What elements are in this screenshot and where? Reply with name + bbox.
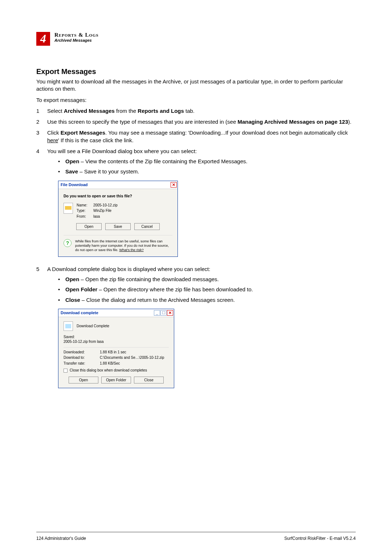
dialog-question: Do you want to open or save this file? <box>64 193 172 198</box>
chapter-number: 4 <box>36 32 50 45</box>
step-number: 4 <box>36 148 47 262</box>
footer-left: 124 Administrator's Guide <box>36 536 86 541</box>
footer-right: SurfControl RiskFilter - E-mail V5.2.4 <box>284 536 356 541</box>
help-icon: ? <box>64 239 72 247</box>
intro-paragraph: You might want to download all the messa… <box>36 78 356 93</box>
cancel-button[interactable]: Cancel <box>134 223 160 230</box>
dialog-title: File Download <box>59 182 170 188</box>
bullet: • <box>58 168 65 175</box>
step-number: 1 <box>36 107 47 115</box>
lead-paragraph: To export messages: <box>36 97 356 104</box>
step-number: 3 <box>36 129 47 144</box>
steps-list: 1 Select Archived Messages from the Repo… <box>36 107 356 393</box>
download-complete-label: Download Complete <box>77 324 109 329</box>
warning-text: While files from the Internet can be use… <box>75 239 172 252</box>
dialog-titlebar: File Download ✕ <box>58 181 177 189</box>
save-button[interactable]: Save <box>105 223 131 230</box>
chapter-number-box: 4 <box>36 32 50 46</box>
close-button[interactable]: Close <box>134 377 164 383</box>
close-icon[interactable]: ✕ <box>167 310 173 316</box>
section-heading: Export Messages <box>36 67 356 76</box>
step-number: 2 <box>36 118 47 126</box>
minimize-icon[interactable]: _ <box>154 310 160 316</box>
bullet: • <box>58 276 65 283</box>
bullet: • <box>58 286 65 293</box>
dialog-titlebar: Download complete _ ☐ ✕ <box>58 309 174 317</box>
file-info: Name:2005-10-12.zip Type:WinZip File Fro… <box>77 203 118 219</box>
chapter-title: Reports & Logs <box>54 32 99 38</box>
chapter-header: 4 Reports & Logs Archived Messages <box>36 32 356 46</box>
close-icon[interactable]: ✕ <box>171 182 177 188</box>
page-footer: 124 Administrator's Guide SurfControl Ri… <box>36 536 356 541</box>
dialog-title: Download complete <box>59 310 154 316</box>
checkbox-icon[interactable] <box>64 369 68 373</box>
whats-the-risk-link[interactable]: What's the risk? <box>119 248 143 252</box>
download-stats: Downloaded:1.88 KB in 1 sec Download to:… <box>64 350 169 366</box>
open-folder-button[interactable]: Open Folder <box>101 377 131 383</box>
download-icon <box>64 321 73 331</box>
chapter-subtitle: Archived Messages <box>54 38 99 42</box>
saved-label: Saved: <box>64 335 169 340</box>
open-button[interactable]: Open <box>69 377 98 383</box>
footer-rule <box>36 532 356 532</box>
close-when-complete-checkbox[interactable]: Close this dialog box when download comp… <box>64 368 169 373</box>
open-button[interactable]: Open <box>76 223 102 230</box>
step-number: 5 <box>36 266 47 393</box>
file-download-dialog: File Download ✕ Do you want to open or s… <box>58 181 178 257</box>
bullet: • <box>58 158 65 165</box>
saved-value: 2005-10-12.zip from lasa <box>64 339 169 344</box>
maximize-icon[interactable]: ☐ <box>160 310 167 316</box>
file-icon <box>64 203 73 214</box>
download-complete-dialog: Download complete _ ☐ ✕ Download Complet… <box>58 309 174 388</box>
bullet: • <box>58 296 65 304</box>
